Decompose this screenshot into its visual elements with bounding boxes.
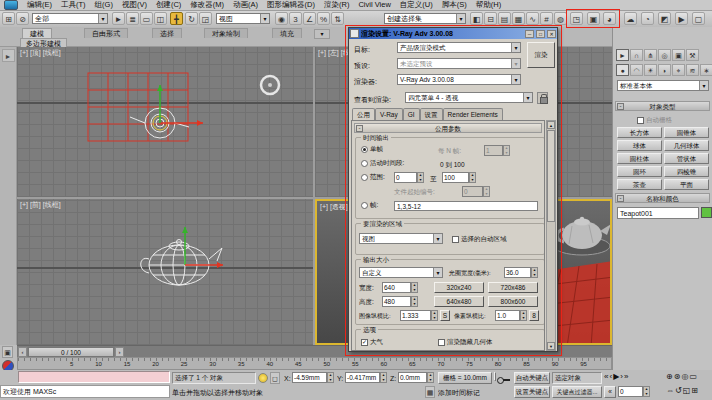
select-and-scale-icon[interactable]: ◲: [199, 12, 212, 25]
menu-item[interactable]: 图形编辑器(D): [267, 0, 315, 10]
time-tag-icon[interactable]: ▦: [425, 386, 435, 398]
go-to-start-icon[interactable]: «: [604, 372, 608, 381]
select-object-icon[interactable]: ►: [112, 12, 125, 25]
primitive-button[interactable]: 管状体: [664, 153, 709, 164]
primitive-button[interactable]: 圆锥体: [664, 127, 709, 138]
ribbon-tab-populate[interactable]: 填充: [272, 28, 302, 38]
frames-input[interactable]: 1,3,5-12: [394, 201, 538, 211]
primitive-button[interactable]: 球体: [617, 140, 662, 151]
window-crossing-icon[interactable]: ◫: [154, 12, 167, 25]
lights-icon[interactable]: ☀: [644, 64, 657, 76]
select-by-name-icon[interactable]: ≣: [126, 12, 139, 25]
primitive-button[interactable]: 长方体: [617, 127, 662, 138]
primitive-button[interactable]: 茶壶: [617, 179, 662, 190]
create-tab-icon[interactable]: ►: [616, 49, 629, 61]
rollout-common-parameters[interactable]: - 公用参数: [354, 123, 542, 133]
curve-editor-icon[interactable]: ∿: [526, 12, 539, 25]
isolate-selection-icon[interactable]: ▣: [2, 346, 13, 358]
collapse-icon[interactable]: -: [617, 103, 624, 110]
rollout-object-type[interactable]: - 对象类型: [615, 101, 710, 111]
collapse-icon[interactable]: -: [617, 195, 624, 202]
modify-tab-icon[interactable]: ∩: [630, 49, 643, 61]
view-to-render-dropdown[interactable]: 四元菜单 4 - 透视: [405, 92, 533, 103]
radio-single-frame[interactable]: 单帧: [361, 145, 383, 154]
radio-range[interactable]: 范围:: [361, 173, 385, 182]
object-color-swatch[interactable]: [701, 207, 712, 218]
menu-item[interactable]: 创建(C): [156, 0, 181, 10]
pan-icon[interactable]: ⇔: [666, 386, 674, 395]
prev-frame-icon[interactable]: ‹: [609, 372, 612, 381]
viewport-label[interactable]: [+] [前] [线框]: [20, 200, 61, 210]
render-in-cloud-icon[interactable]: ☁: [624, 12, 637, 25]
zoom-extents-icon[interactable]: ◎: [681, 372, 688, 381]
auto-region-checkbox[interactable]: 选择的自动区域: [452, 235, 507, 244]
spinner-buttons[interactable]: [411, 296, 418, 307]
use-pivot-center-icon[interactable]: ◉: [275, 12, 288, 25]
render-hidden-checkbox[interactable]: 渲染隐藏几何体: [438, 338, 493, 347]
radio-icon[interactable]: [361, 202, 368, 209]
go-to-start-button[interactable]: «: [604, 386, 616, 398]
lock-view-icon[interactable]: [537, 92, 548, 104]
object-name-input[interactable]: Teapot001: [617, 207, 699, 219]
res-720x486-button[interactable]: 720x486: [488, 282, 538, 293]
spinner-buttons[interactable]: [503, 145, 510, 156]
menu-item[interactable]: 修改器(M): [190, 0, 224, 10]
track-bar[interactable]: 5101520253035404550556065707580859095: [17, 357, 612, 370]
ribbon-tab-freeform[interactable]: 自由形式: [84, 28, 128, 38]
res-320x240-button[interactable]: 320x240: [434, 282, 484, 293]
reference-coord-dropdown[interactable]: 视图: [216, 13, 270, 24]
collapse-icon[interactable]: -: [356, 125, 363, 132]
helper-ring-object[interactable]: [261, 76, 279, 94]
close-icon[interactable]: ✕: [547, 30, 556, 38]
maxscript-mini-listener[interactable]: 欢迎使用 MAXSc: [0, 385, 170, 398]
display-tab-icon[interactable]: ▣: [672, 49, 685, 61]
chevron-down-icon[interactable]: [433, 268, 442, 277]
range-from-spinner[interactable]: 0: [394, 172, 424, 183]
adaptive-degradation-bulb-icon[interactable]: [258, 373, 268, 383]
tab-vray[interactable]: V-Ray: [375, 108, 403, 120]
radio-icon[interactable]: [361, 174, 368, 181]
file-start-spinner[interactable]: 0: [462, 186, 490, 197]
named-selection-sets-dropdown[interactable]: 创建选择集: [384, 13, 466, 24]
checkbox-icon[interactable]: [637, 117, 644, 124]
mirror-icon[interactable]: ◧: [470, 12, 483, 25]
res-640x480-button[interactable]: 640x480: [434, 296, 484, 307]
radio-icon[interactable]: [361, 146, 368, 153]
select-and-rotate-icon[interactable]: ↻: [185, 12, 198, 25]
app-logo-icon[interactable]: [4, 0, 18, 10]
schematic-view-icon[interactable]: #: [540, 12, 553, 25]
x-coordinate-spinner[interactable]: -4.59mm: [292, 372, 334, 383]
hierarchy-tab-icon[interactable]: ⋔: [644, 49, 657, 61]
checkbox-icon[interactable]: [452, 236, 459, 243]
primitive-button[interactable]: 四棱锥: [664, 166, 709, 177]
ribbon-toggle-icon[interactable]: ▦: [512, 12, 525, 25]
dialog-scrollbar[interactable]: ▲ ▼: [546, 120, 556, 351]
chevron-down-icon[interactable]: [511, 75, 520, 84]
menu-item[interactable]: 组(G): [95, 0, 113, 10]
width-spinner[interactable]: 640: [382, 282, 418, 293]
rectangular-selection-region-icon[interactable]: ▭: [140, 12, 153, 25]
viewport-label[interactable]: [+] [透视]: [320, 202, 348, 212]
geometry-icon[interactable]: ●: [616, 64, 629, 76]
chevron-down-icon[interactable]: [523, 93, 532, 102]
set-keys-button[interactable]: [494, 372, 496, 381]
spinner-buttons[interactable]: [431, 310, 438, 321]
menu-item[interactable]: 视图(V): [122, 0, 147, 10]
z-coordinate-spinner[interactable]: 0.0mm: [398, 372, 434, 383]
chevron-down-icon[interactable]: [456, 14, 465, 23]
render-setup-icon[interactable]: ◳: [570, 12, 583, 25]
ribbon-collapse-icon[interactable]: ▾: [314, 29, 330, 39]
scrollbar-thumb[interactable]: [547, 130, 555, 222]
ribbon-tab-modeling[interactable]: 建模: [22, 28, 52, 38]
teapot-front-wireframe[interactable]: [141, 240, 222, 286]
material-editor-icon[interactable]: ◍: [554, 12, 567, 25]
spinner-snap-icon[interactable]: ⇅: [331, 12, 344, 25]
prev-frame-arrow-icon[interactable]: ‹: [18, 347, 27, 357]
maximize-viewport-icon[interactable]: ⊞: [691, 386, 698, 395]
play-icon[interactable]: ▶: [613, 372, 619, 381]
range-to-spinner[interactable]: 100: [442, 172, 476, 183]
radio-frames[interactable]: 帧:: [361, 201, 378, 210]
tab-gi[interactable]: GI: [403, 108, 420, 120]
checkbox-icon[interactable]: [438, 339, 445, 346]
zoom-all-icon[interactable]: ⊛: [674, 372, 681, 381]
